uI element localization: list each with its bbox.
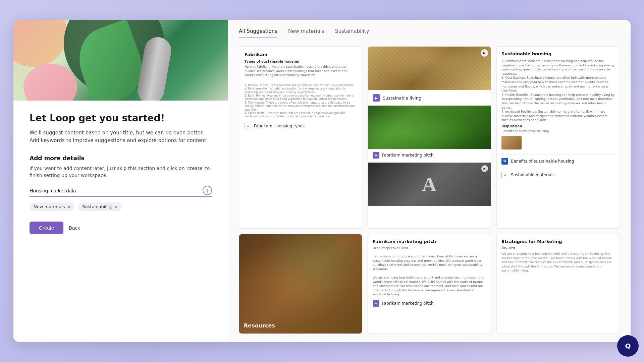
tab-sustainability[interactable]: Sustainability [335, 28, 369, 38]
resources-title: Resources [244, 322, 275, 329]
strategies-title: Strategies for Marketing [501, 239, 615, 244]
keyword-input[interactable] [30, 188, 203, 193]
add-details-label: Add more details [30, 155, 212, 162]
pink-shape [23, 64, 77, 101]
buttons-row: Create Back [30, 222, 212, 234]
card-resources[interactable]: Resources P Marketing resources [239, 234, 362, 334]
card-sustainable-housing-group: Sustainable housing 1. Environmental ben… [496, 46, 620, 229]
resources-image: Resources [239, 234, 362, 334]
add-keyword-button[interactable]: + [203, 186, 212, 195]
archive-image: A ▶ [368, 163, 491, 206]
fabrikam-pitch-label-row: W Fabrikam marketing pitch [373, 300, 486, 307]
resources-img-overlay [239, 234, 362, 334]
fabrikam-doc-extra: 1. Passive Houses: These are ultra-energ… [245, 84, 357, 119]
fabrikam-pitch-label-2: W Fabrikam marketing pitch [368, 149, 491, 163]
word-purple-icon: W [373, 300, 379, 307]
woodframe-image: ▶ [368, 47, 491, 90]
archive-play-icon: ▶ [481, 165, 488, 172]
fabrikam-doc-text: Here at Fabrikam, we are a sustainable h… [245, 65, 357, 77]
inspiration-row [501, 136, 615, 149]
card-fabrikam-doc[interactable]: Fabrikam Types of sustainable housing He… [239, 46, 362, 229]
main-container: Let Loop get you started! We'll suggest … [13, 20, 631, 342]
inspiration-label: Inspiration [501, 124, 615, 128]
tag-sustainability: Sustainability × [78, 202, 122, 211]
tags-row: New materials × Sustainability × [30, 202, 212, 211]
tab-new-materials[interactable]: New materials [288, 28, 324, 38]
inspiration-mini-thumb [501, 136, 522, 149]
inspiration-sub: Benefits of sustainable housing [501, 129, 615, 133]
left-panel: Let Loop get you started! We'll suggest … [13, 20, 228, 342]
tag-new-materials-close[interactable]: × [67, 204, 71, 209]
fabrikam-doc-title: Fabrikam [245, 52, 357, 57]
pitch-text: Dear Prospective Client, I am writing to… [373, 246, 486, 297]
tabs-row: All Suggestions New materials Sustainabi… [239, 28, 620, 38]
fabrikam-file-icon: ☰ [245, 123, 251, 129]
sustainable-materials-label: Sustainable materials [511, 173, 554, 177]
word-icon: W [373, 152, 379, 159]
sustainable-living-label: ▶ Sustainable living [368, 90, 491, 106]
back-button[interactable]: Back [69, 225, 80, 231]
strategies-text: We are changing how building we built an… [501, 252, 615, 273]
page-heading: Let Loop get you started! [30, 113, 212, 124]
benefits-label-row: W Benefits of sustainable housing [497, 154, 620, 168]
play-overlay: ▶ [481, 49, 488, 57]
sustainable-housing-doc[interactable]: Sustainable housing 1. Environmental ben… [497, 47, 620, 154]
fabrikam-housing-label-row: ☰ Fabrikam - housing types [245, 123, 357, 129]
fabrikam-pitch-doc-label: Fabrikam marketing pitch [382, 301, 433, 306]
content-area: Let Loop get you started! We'll suggest … [13, 101, 228, 342]
app-logo: Q [617, 335, 639, 357]
page-subtitle: We'll suggest content based on your titl… [30, 129, 212, 144]
keyword-input-row: + [30, 186, 212, 197]
sustainable-materials-row: ☰ Sustainable materials [497, 168, 620, 182]
fabrikam-doc-section: Types of sustainable housing [245, 60, 357, 63]
pitch-title: Fabrikam marketing pitch [373, 239, 486, 244]
card-sustainable-living[interactable]: ▶ ▶ Sustainable living W Fabrikam market… [368, 46, 491, 229]
tag-new-materials: New materials × [30, 202, 75, 211]
play-icon: ▶ [373, 94, 380, 102]
suggestions-grid: Fabrikam Types of sustainable housing He… [239, 46, 620, 334]
fabrikam-pitch-name: Fabrikam marketing pitch [382, 153, 433, 158]
create-button[interactable]: Create [30, 222, 63, 234]
tube-shape [135, 35, 173, 101]
resources-label-row: P Marketing resources [239, 334, 362, 334]
card-strategies[interactable]: Strategies for Marketing Archive We are … [496, 234, 620, 334]
fabrikam-doc-label: Fabrikam - housing types [254, 124, 305, 128]
hero-image [13, 20, 228, 101]
benefits-label: Benefits of sustainable housing [511, 159, 574, 164]
right-panel: All Suggestions New materials Sustainabi… [228, 20, 631, 342]
sustainable-housing-text: 1. Environmental benefits: Sustainable h… [501, 59, 615, 122]
plants-image [368, 106, 491, 149]
card-fabrikam-pitch[interactable]: Fabrikam marketing pitch Dear Prospectiv… [368, 234, 491, 334]
word-blue-icon: W [501, 158, 508, 165]
sustainable-materials-icon: ☰ [501, 172, 508, 178]
tag-sustainability-close[interactable]: × [114, 204, 118, 209]
tab-all-suggestions[interactable]: All Suggestions [239, 28, 277, 38]
details-hint: If you want to add content later, just s… [30, 165, 212, 179]
strategies-sub: Archive [501, 245, 615, 250]
sustainable-housing-title: Sustainable housing [501, 51, 615, 56]
